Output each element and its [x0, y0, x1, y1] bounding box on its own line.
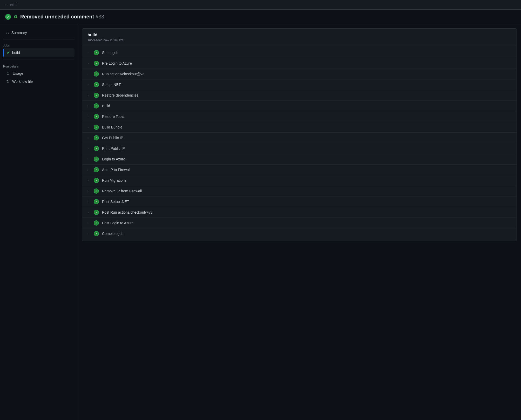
home-icon: ⌂ — [6, 30, 9, 35]
step-success-icon: ✓ — [94, 103, 99, 109]
step-name-label: Add IP to Firewall — [102, 168, 130, 172]
step-item[interactable]: ›✓Build — [82, 101, 517, 111]
sidebar-item-usage[interactable]: ⏱ Usage — [3, 69, 75, 77]
step-chevron-icon: › — [87, 157, 91, 161]
step-name-label: Post Run actions/checkout@v3 — [102, 210, 153, 214]
step-success-icon: ✓ — [94, 50, 99, 55]
step-item[interactable]: ›✓Build Bundle — [82, 122, 517, 133]
step-name-label: Get Public IP — [102, 136, 123, 140]
sidebar-run-details-section: ⏱ Usage ↻ Workflow file — [0, 69, 78, 86]
sidebar-item-build[interactable]: ✔ build — [3, 48, 75, 57]
step-name-label: Post Setup .NET — [102, 200, 129, 204]
step-chevron-icon: › — [87, 147, 91, 150]
sidebar-job-label: build — [12, 51, 20, 55]
step-chevron-icon: › — [87, 104, 91, 108]
step-item[interactable]: ›✓Add IP to Firewall — [82, 165, 517, 175]
step-chevron-icon: › — [87, 115, 91, 118]
step-item[interactable]: ›✓Post Setup .NET — [82, 197, 517, 207]
step-chevron-icon: › — [87, 83, 91, 86]
step-success-icon: ✓ — [94, 210, 99, 215]
sidebar-jobs-section: ✔ build — [0, 48, 78, 57]
build-panel-title: build — [87, 33, 511, 37]
sidebar-summary-label: Summary — [11, 31, 27, 35]
step-name-label: Build — [102, 104, 110, 108]
sidebar-divider-1 — [3, 39, 75, 39]
step-item[interactable]: ›✓Print Public IP — [82, 143, 517, 154]
step-item[interactable]: ›✓Run Migrations — [82, 175, 517, 186]
sidebar-run-details-label: Run details — [0, 62, 78, 69]
back-label: .NET — [9, 3, 17, 7]
step-chevron-icon: › — [87, 62, 91, 65]
step-success-icon: ✓ — [94, 82, 99, 87]
build-panel-header: build succeeded now in 1m 12s — [82, 29, 517, 45]
step-chevron-icon: › — [87, 136, 91, 140]
back-link[interactable]: ← .NET — [4, 3, 17, 7]
step-chevron-icon: › — [87, 179, 91, 182]
step-item[interactable]: ›✓Remove IP from Firewall — [82, 186, 517, 197]
step-item[interactable]: ›✓Restore Tools — [82, 111, 517, 122]
step-name-label: Restore Tools — [102, 114, 124, 119]
page-title: Removed unneeded comment #33 — [20, 14, 104, 20]
step-item[interactable]: ›✓Setup .NET — [82, 79, 517, 90]
step-success-icon: ✓ — [94, 178, 99, 183]
back-arrow-icon: ← — [4, 3, 8, 7]
step-item[interactable]: ›✓Restore dependencies — [82, 90, 517, 101]
sidebar-jobs-label: Jobs — [0, 42, 78, 48]
step-chevron-icon: › — [87, 200, 91, 204]
step-success-icon: ✓ — [94, 125, 99, 130]
sidebar-workflow-label: Workflow file — [12, 79, 33, 84]
step-success-icon: ✓ — [94, 231, 99, 236]
build-panel-subtitle: succeeded now in 1m 12s — [87, 38, 511, 42]
step-name-label: Post Login to Azure — [102, 221, 133, 225]
pr-number: #33 — [96, 14, 104, 19]
step-name-label: Set up job — [102, 51, 118, 55]
step-item[interactable]: ›✓Login to Azure — [82, 154, 517, 165]
step-success-icon: ✓ — [94, 199, 99, 204]
step-item[interactable]: ›✓Post Run actions/checkout@v3 — [82, 207, 517, 218]
step-chevron-icon: › — [87, 211, 91, 214]
step-chevron-icon: › — [87, 51, 91, 55]
step-chevron-icon: › — [87, 125, 91, 129]
page-title-text: Removed unneeded comment — [20, 14, 94, 19]
steps-list: ›✓Set up job›✓Pre Login to Azure›✓Run ac… — [82, 45, 517, 241]
step-item[interactable]: ›✓Set up job — [82, 48, 517, 58]
step-name-label: Remove IP from Firewall — [102, 189, 142, 193]
sidebar-item-summary[interactable]: ⌂ Summary — [3, 28, 75, 37]
sidebar-divider-2 — [3, 59, 75, 59]
step-success-icon: ✓ — [94, 146, 99, 151]
sidebar-item-workflow-file[interactable]: ↻ Workflow file — [3, 77, 75, 86]
clock-icon: ⏱ — [6, 71, 10, 76]
step-item[interactable]: ›✓Get Public IP — [82, 133, 517, 143]
top-header: ← .NET — [0, 0, 521, 10]
step-success-icon: ✓ — [94, 135, 99, 140]
step-name-label: Print Public IP — [102, 146, 125, 151]
check-circle-icon: ✔ — [7, 50, 10, 55]
step-name-label: Run Migrations — [102, 178, 126, 182]
step-success-icon: ✓ — [94, 188, 99, 194]
step-item[interactable]: ›✓Run actions/checkout@v3 — [82, 69, 517, 79]
step-success-icon: ✓ — [94, 61, 99, 66]
step-item[interactable]: ›✓Pre Login to Azure — [82, 58, 517, 69]
sidebar-usage-label: Usage — [13, 71, 23, 76]
step-success-icon: ✓ — [94, 71, 99, 77]
step-chevron-icon: › — [87, 189, 91, 193]
step-name-label: Build Bundle — [102, 125, 123, 129]
step-success-icon: ✓ — [94, 167, 99, 172]
step-name-label: Login to Azure — [102, 157, 125, 161]
step-chevron-icon: › — [87, 232, 91, 235]
status-success-icon: ✓ — [5, 14, 11, 20]
step-chevron-icon: › — [87, 221, 91, 225]
step-success-icon: ✓ — [94, 93, 99, 98]
step-name-label: Complete job — [102, 232, 124, 236]
step-name-label: Restore dependencies — [102, 93, 138, 97]
sidebar: ⌂ Summary Jobs ✔ build Run details ⏱ Usa… — [0, 24, 78, 420]
step-name-label: Pre Login to Azure — [102, 61, 132, 65]
step-item[interactable]: ›✓Post Login to Azure — [82, 218, 517, 228]
step-success-icon: ✓ — [94, 157, 99, 162]
step-item[interactable]: ›✓Complete job — [82, 228, 517, 239]
build-panel: build succeeded now in 1m 12s ›✓Set up j… — [82, 28, 517, 241]
page-title-area: ✓ ♻ Removed unneeded comment #33 — [0, 10, 521, 24]
main-layout: ⌂ Summary Jobs ✔ build Run details ⏱ Usa… — [0, 24, 521, 420]
step-success-icon: ✓ — [94, 114, 99, 119]
step-chevron-icon: › — [87, 93, 91, 97]
